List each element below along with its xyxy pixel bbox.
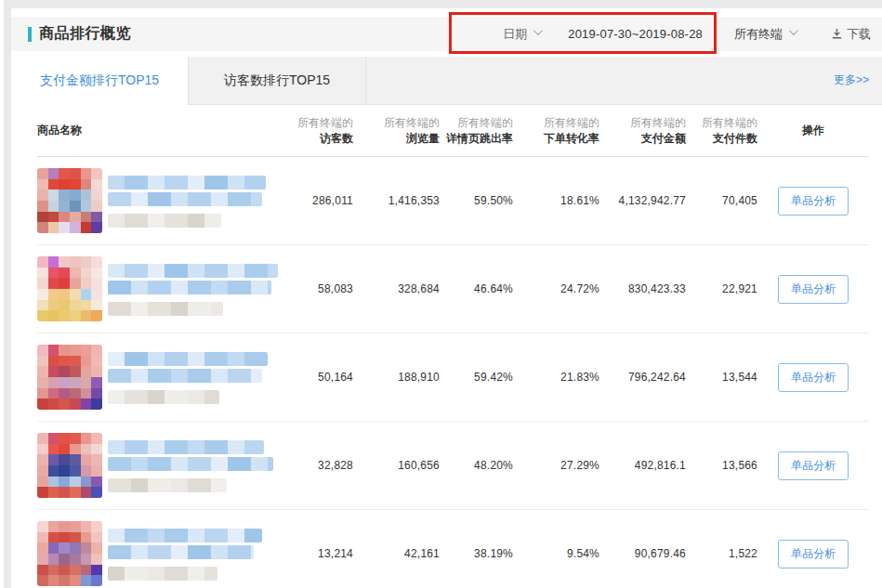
analyze-button[interactable]: 单品分析	[778, 275, 849, 304]
cell-action: 单品分析	[757, 451, 869, 480]
th-detail-bounce-rate: 所有终端的详情页跳出率	[440, 115, 513, 147]
cell-payment-count: 13,566	[686, 459, 757, 472]
cell-payment-amount: 4,132,942.77	[599, 194, 686, 207]
cell-order-conversion-rate: 27.29%	[513, 459, 599, 472]
th-order-conversion-rate: 所有终端的下单转化率	[513, 115, 599, 147]
cell-visitors: 32,828	[288, 459, 353, 472]
terminal-filter-dropdown[interactable]: 所有终端	[734, 26, 796, 43]
cell-action: 单品分析	[757, 363, 869, 392]
cell-action: 单品分析	[757, 187, 869, 216]
cell-product-name	[37, 168, 288, 233]
terminal-filter-label: 所有终端	[734, 26, 783, 43]
product-image	[37, 256, 102, 321]
table-body: 286,0111,416,35359.50%18.61%4,132,942.77…	[37, 157, 869, 588]
cell-detail-bounce-rate: 46.64%	[440, 282, 513, 295]
cell-visitors: 286,011	[288, 194, 353, 207]
product-ranking-card: 商品排行概览 日期 2019-07-30~2019-08-28 所有终端 下载 …	[11, 8, 882, 588]
chevron-down-icon	[533, 26, 543, 35]
cell-pageviews: 1,416,353	[353, 194, 440, 207]
table-row: 58,083328,68446.64%24.72%830,423.3322,92…	[37, 245, 869, 333]
cell-action: 单品分析	[757, 540, 869, 568]
cell-order-conversion-rate: 18.61%	[513, 194, 599, 207]
cell-product-name	[37, 521, 288, 586]
more-link[interactable]: 更多>>	[834, 72, 869, 88]
title-accent-bar	[28, 27, 32, 42]
table-header-row: 商品名称 所有终端的访客数所有终端的浏览量所有终端的详情页跳出率所有终端的下单转…	[37, 105, 869, 157]
date-filter-dropdown[interactable]: 日期	[499, 26, 540, 43]
cell-product-name	[37, 345, 288, 410]
card-header: 商品排行概览 日期 2019-07-30~2019-08-28 所有终端 下载	[11, 17, 882, 51]
page-background-left	[4, 0, 11, 588]
header-controls: 日期 2019-07-30~2019-08-28 所有终端 下载	[499, 26, 871, 43]
cell-payment-count: 13,544	[686, 371, 757, 384]
cell-detail-bounce-rate: 38.19%	[440, 547, 513, 560]
analyze-button[interactable]: 单品分析	[778, 187, 849, 216]
th-action: 操作	[757, 123, 869, 138]
product-title-masked	[108, 350, 268, 404]
cell-payment-amount: 830,423.33	[599, 282, 686, 295]
product-image	[37, 345, 102, 410]
analyze-button[interactable]: 单品分析	[778, 540, 849, 568]
ranking-table: 商品名称 所有终端的访客数所有终端的浏览量所有终端的详情页跳出率所有终端的下单转…	[11, 105, 882, 588]
tab-bar-filler: 更多>>	[366, 57, 882, 104]
download-label: 下载	[847, 26, 871, 43]
date-range-value[interactable]: 2019-07-30~2019-08-28	[568, 27, 703, 41]
chevron-down-icon	[789, 26, 798, 35]
th-payment-amount: 所有终端的支付金额	[599, 115, 686, 147]
analyze-button[interactable]: 单品分析	[778, 363, 849, 392]
product-title-masked	[108, 174, 266, 228]
page-title: 商品排行概览	[39, 24, 131, 44]
cell-pageviews: 188,910	[353, 371, 440, 384]
cell-action: 单品分析	[757, 275, 869, 304]
cell-visitors: 50,164	[288, 371, 353, 384]
cell-detail-bounce-rate: 59.42%	[440, 371, 513, 384]
download-icon	[831, 28, 843, 40]
table-row: 286,0111,416,35359.50%18.61%4,132,942.77…	[37, 157, 869, 245]
download-button[interactable]: 下载	[831, 26, 871, 43]
cell-product-name	[37, 433, 288, 498]
th-pageviews: 所有终端的浏览量	[353, 115, 440, 147]
cell-detail-bounce-rate: 48.20%	[440, 459, 513, 472]
product-title-masked	[108, 262, 278, 316]
cell-payment-amount: 492,816.1	[599, 459, 686, 472]
cell-order-conversion-rate: 9.54%	[513, 547, 599, 560]
cell-pageviews: 42,161	[353, 547, 440, 560]
date-filter-label: 日期	[503, 26, 527, 43]
tab-visitors-top15[interactable]: 访客数排行TOP15	[189, 57, 366, 104]
product-image	[37, 521, 102, 586]
cell-payment-count: 70,405	[686, 194, 757, 207]
cell-order-conversion-rate: 21.83%	[513, 371, 599, 384]
cell-product-name	[37, 256, 288, 321]
product-image	[37, 168, 102, 233]
cell-payment-amount: 90,679.46	[599, 547, 686, 560]
cell-pageviews: 160,656	[353, 459, 440, 472]
analyze-button[interactable]: 单品分析	[778, 451, 849, 480]
cell-payment-amount: 796,242.64	[599, 371, 686, 384]
th-payment-count: 所有终端的支付件数	[686, 115, 757, 147]
cell-visitors: 58,083	[288, 282, 353, 295]
cell-detail-bounce-rate: 59.50%	[440, 194, 513, 207]
cell-payment-count: 1,522	[686, 547, 757, 560]
th-product-name: 商品名称	[37, 123, 288, 138]
tab-bar: 支付金额排行TOP15 访客数排行TOP15 更多>>	[11, 57, 882, 105]
cell-visitors: 13,214	[288, 547, 353, 560]
cell-pageviews: 328,684	[353, 282, 440, 295]
cell-order-conversion-rate: 24.72%	[513, 282, 599, 295]
table-row: 32,828160,65648.20%27.29%492,816.113,566…	[37, 422, 869, 510]
th-visitors: 所有终端的访客数	[288, 115, 353, 147]
page-background-top	[4, 0, 882, 8]
tab-payment-amount-top15[interactable]: 支付金额排行TOP15	[11, 57, 189, 105]
product-title-masked	[108, 438, 273, 492]
table-row: 50,164188,91059.42%21.83%796,242.6413,54…	[37, 333, 869, 422]
cell-payment-count: 22,921	[686, 282, 757, 295]
table-row: 13,21442,16138.19%9.54%90,679.461,522 单品…	[37, 510, 869, 588]
product-title-masked	[108, 527, 262, 581]
product-image	[37, 433, 102, 498]
